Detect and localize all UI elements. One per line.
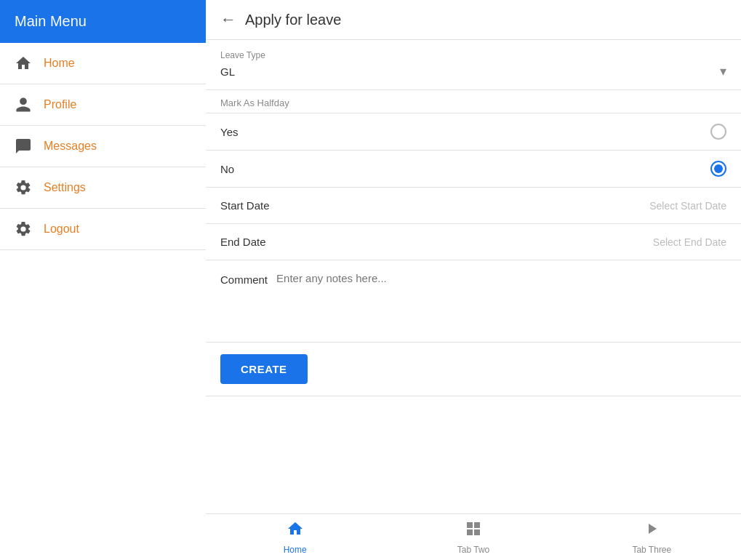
settings-icon xyxy=(15,179,32,196)
back-button[interactable]: ← xyxy=(220,10,236,29)
person-icon xyxy=(15,96,32,113)
sidebar-item-logout[interactable]: Logout xyxy=(0,209,206,250)
logout-label: Logout xyxy=(44,223,79,236)
leave-type-value: GL xyxy=(220,65,235,78)
yes-radio-row[interactable]: Yes xyxy=(206,113,741,151)
home-icon xyxy=(15,55,32,72)
comment-input[interactable] xyxy=(276,272,726,330)
home-tab-label: Home xyxy=(284,545,307,555)
create-section: CREATE xyxy=(206,343,741,396)
form-area: Leave Type GL ▾ Mark As Halfday Yes No S… xyxy=(206,40,741,513)
start-date-placeholder: Select Start Date xyxy=(649,200,726,212)
no-radio-row[interactable]: No xyxy=(206,151,741,188)
tab-home[interactable]: Home xyxy=(206,514,384,560)
settings-label: Settings xyxy=(44,181,86,194)
grid-tab-icon xyxy=(465,520,482,542)
play-tab-icon xyxy=(643,520,660,542)
bottom-tab-bar: Home Tab Two Tab Three xyxy=(206,513,741,560)
main-content: ← Apply for leave Leave Type GL ▾ Mark A… xyxy=(206,0,741,560)
tab-three-label: Tab Three xyxy=(632,545,671,555)
halfday-section-label: Mark As Halfday xyxy=(206,90,741,113)
chat-icon xyxy=(15,137,32,155)
no-label: No xyxy=(220,163,234,175)
sidebar-item-profile[interactable]: Profile xyxy=(0,84,206,126)
sidebar-item-settings[interactable]: Settings xyxy=(0,167,206,209)
comment-row: Comment xyxy=(206,260,741,343)
start-date-row[interactable]: Start Date Select Start Date xyxy=(206,188,741,224)
tab-two-label: Tab Two xyxy=(457,545,489,555)
sidebar-nav: Home Profile Messages Settings xyxy=(0,43,206,560)
start-date-label: Start Date xyxy=(220,199,270,212)
comment-label: Comment xyxy=(220,272,268,286)
yes-radio-button[interactable] xyxy=(710,124,726,140)
leave-type-row: Leave Type GL ▾ xyxy=(206,40,741,90)
sidebar-item-home[interactable]: Home xyxy=(0,43,206,84)
logout-icon xyxy=(15,220,32,238)
leave-type-select[interactable]: GL ▾ xyxy=(220,63,726,79)
sidebar-item-messages[interactable]: Messages xyxy=(0,126,206,167)
sidebar: Main Menu Home Profile Messages xyxy=(0,0,206,560)
profile-label: Profile xyxy=(44,98,76,111)
leave-type-label: Leave Type xyxy=(220,50,726,60)
end-date-label: End Date xyxy=(220,236,266,248)
create-button[interactable]: CREATE xyxy=(220,354,308,384)
tab-two[interactable]: Tab Two xyxy=(384,514,562,560)
yes-label: Yes xyxy=(220,126,238,138)
end-date-placeholder: Select End Date xyxy=(653,236,726,248)
home-tab-icon xyxy=(287,520,304,542)
messages-label: Messages xyxy=(44,140,97,153)
tab-three[interactable]: Tab Three xyxy=(563,514,741,560)
page-title: Apply for leave xyxy=(245,12,341,28)
header: ← Apply for leave xyxy=(206,0,741,40)
end-date-row[interactable]: End Date Select End Date xyxy=(206,224,741,260)
home-label: Home xyxy=(44,57,75,70)
dropdown-arrow-icon: ▾ xyxy=(720,63,726,79)
no-radio-button[interactable] xyxy=(710,161,726,177)
sidebar-title: Main Menu xyxy=(0,0,206,43)
